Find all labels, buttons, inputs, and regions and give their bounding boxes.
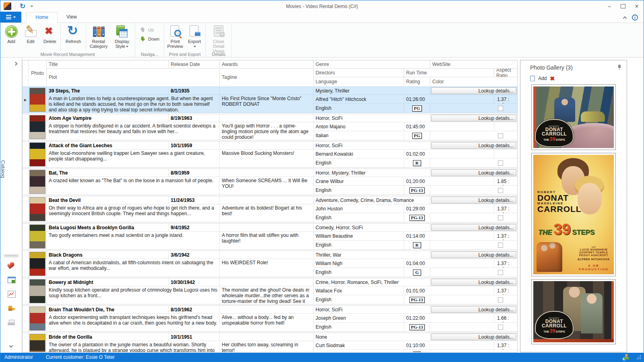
refresh-quick-icon[interactable]: [20, 3, 25, 10]
lookup-details-button[interactable]: Lookup details...: [431, 251, 516, 258]
table-row[interactable]: 39 Steps, The 8/1/1935 Mystery, Thriller…: [23, 86, 517, 113]
color-checkbox[interactable]: [498, 160, 503, 166]
movie-photo-cell: [29, 87, 47, 113]
rating-cell: R: [404, 350, 430, 352]
nav-overflow-chevron-icon[interactable]: [9, 344, 13, 348]
poster-thumbnail: [29, 279, 45, 303]
table-row[interactable]: Atom Age Vampire 8/19/1963 Horror, SciFi…: [23, 114, 517, 140]
aspect-ratio-cell: 1.66 : 1: [494, 314, 517, 323]
release-date-cell: 8/1/1935: [169, 87, 220, 95]
lookup-details-button[interactable]: Lookup details...: [431, 224, 516, 231]
chart-icon[interactable]: [7, 290, 16, 298]
delete-button[interactable]: Delete: [40, 24, 60, 44]
edit-button[interactable]: Edit: [21, 24, 40, 44]
color-checkbox[interactable]: [498, 215, 503, 220]
column-header-language[interactable]: Language: [314, 77, 404, 86]
tab-home[interactable]: Home: [26, 12, 58, 23]
export-button[interactable]: Export: [185, 24, 204, 49]
application-menu-button[interactable]: [0, 12, 21, 23]
rental-category-button[interactable]: Rental Category: [87, 24, 110, 49]
color-checkbox[interactable]: [498, 133, 503, 138]
row-indicator: [23, 87, 29, 113]
down-button[interactable]: Down: [140, 36, 159, 42]
display-style-button[interactable]: Display Style: [110, 24, 134, 49]
table-row[interactable]: Brain That Wouldn't Die, The 8/10/1962 H…: [23, 305, 517, 332]
table-row[interactable]: Beat the Devil 11/24/1953 Adventure, Com…: [23, 196, 517, 222]
column-header-plot[interactable]: Plot: [47, 69, 220, 86]
movie-title-cell: Bela Lugosi Meets a Brooklyn Gorilla: [47, 224, 169, 232]
nav-splitter-handle[interactable]: [4, 254, 19, 258]
customer-lookup-icon[interactable]: [623, 354, 630, 360]
movie-title-cell: Brain That Wouldn't Die, The: [47, 306, 169, 314]
gallery-photo-1[interactable]: ROBERT DONAT CARROLL THE39STEPS: [531, 84, 616, 150]
print-preview-button[interactable]: Print Preview: [165, 24, 185, 49]
gallery-photo-2[interactable]: ROBERT DONAT MADELEINE CARROLL THE 39 ST…: [531, 153, 616, 276]
close-button[interactable]: [630, 1, 644, 12]
color-checkbox[interactable]: [498, 270, 503, 275]
column-header-genre[interactable]: Genre: [314, 60, 430, 69]
resize-grip[interactable]: [636, 355, 641, 360]
photo-gallery-title: Photo Gallery (3): [530, 64, 573, 71]
gallery-delete-icon[interactable]: [550, 76, 555, 81]
column-header-photo[interactable]: Photo: [29, 60, 47, 86]
lookup-details-button[interactable]: Lookup details...: [431, 115, 516, 121]
minimize-button[interactable]: [603, 1, 616, 12]
color-checkbox[interactable]: [498, 106, 503, 111]
gallery-add-button[interactable]: Add: [538, 76, 547, 81]
lookup-details-button[interactable]: Lookup details...: [431, 306, 516, 313]
add-button[interactable]: Add: [2, 24, 21, 44]
website-cell: Lookup details...: [430, 142, 517, 150]
lookup-details-button[interactable]: Lookup details...: [431, 333, 516, 340]
table-row[interactable]: Attack of the Giant Leeches 10/1/1959 Ho…: [23, 141, 517, 168]
color-checkbox[interactable]: [498, 188, 503, 193]
maximize-button[interactable]: [616, 1, 630, 12]
color-checkbox[interactable]: [498, 325, 503, 330]
gallery-photo-3[interactable]: ROBERT DONAT CARROLL THE39STEPS: [531, 279, 616, 344]
printer-icon[interactable]: [7, 319, 16, 327]
form-icon[interactable]: [7, 275, 16, 284]
help-info-icon[interactable]: [632, 14, 638, 21]
lookup-details-button[interactable]: Lookup details...: [431, 197, 516, 204]
table-row[interactable]: Bela Lugosi Meets a Brooklyn Gorilla 9/4…: [23, 223, 517, 250]
lookup-details-button[interactable]: Lookup details...: [431, 87, 516, 94]
app-logo-icon[interactable]: [4, 2, 11, 10]
column-header-rating[interactable]: Rating: [404, 77, 430, 86]
column-header-tagline[interactable]: Tagline: [220, 69, 314, 86]
rating-badge: PG: [412, 105, 421, 111]
lookup-details-button[interactable]: Lookup details...: [431, 169, 516, 176]
collapse-ribbon-icon[interactable]: [623, 16, 627, 21]
lookup-details-button[interactable]: Lookup details...: [431, 279, 516, 286]
status-bar: Administrator Current customer: Essie O …: [0, 353, 644, 362]
color-checkbox[interactable]: [498, 352, 503, 353]
group-caption: Details: [206, 52, 231, 57]
column-header-color[interactable]: Color: [430, 77, 517, 86]
new-page-icon[interactable]: [530, 76, 535, 81]
color-checkbox[interactable]: [498, 243, 503, 248]
column-header-directors[interactable]: Directors: [314, 69, 404, 77]
column-header-website[interactable]: WebSite: [430, 60, 517, 69]
column-header-awards[interactable]: Awards: [220, 60, 314, 69]
column-header-aspect-ratio[interactable]: Aspect Ratio: [494, 69, 517, 77]
sidebar-item-catalog[interactable]: Catalog: [0, 160, 6, 178]
color-checkbox[interactable]: [498, 297, 503, 302]
tagline-cell: When Someone SCREAMS ... It Will Be YOU!: [220, 177, 314, 195]
tab-view[interactable]: View: [58, 12, 86, 23]
lookup-details-button[interactable]: Lookup details...: [431, 142, 516, 149]
qat-dropdown-icon[interactable]: [30, 6, 33, 7]
column-header-release-date[interactable]: Release Date: [169, 60, 220, 69]
table-row[interactable]: Bowery at Midnight 10/30/1942 Crime, Hor…: [23, 278, 517, 304]
expand-nav-chevron-icon[interactable]: [14, 62, 18, 66]
group-caption: Print and Export: [164, 52, 205, 57]
coins-icon[interactable]: [7, 304, 16, 313]
column-header-run-time[interactable]: Run Time: [404, 69, 494, 77]
table-row[interactable]: Black Dragons 3/6/1942 Thriller, War Loo…: [23, 251, 517, 277]
binders-icon: [92, 25, 105, 38]
plot-cell: A stripper is horribly disfigured in a c…: [47, 122, 220, 140]
tag-icon[interactable]: [7, 261, 16, 269]
pin-icon[interactable]: [617, 65, 622, 70]
refresh-button[interactable]: Refresh: [62, 24, 85, 44]
table-row[interactable]: Bride of the Gorilla 10/1/1951 None Look…: [23, 333, 517, 352]
table-row[interactable]: Bat, The 8/9/1959 Horror, Mystery, Thril…: [23, 169, 517, 195]
rating-badge: R: [413, 352, 421, 353]
column-header-title[interactable]: Title: [47, 60, 169, 69]
